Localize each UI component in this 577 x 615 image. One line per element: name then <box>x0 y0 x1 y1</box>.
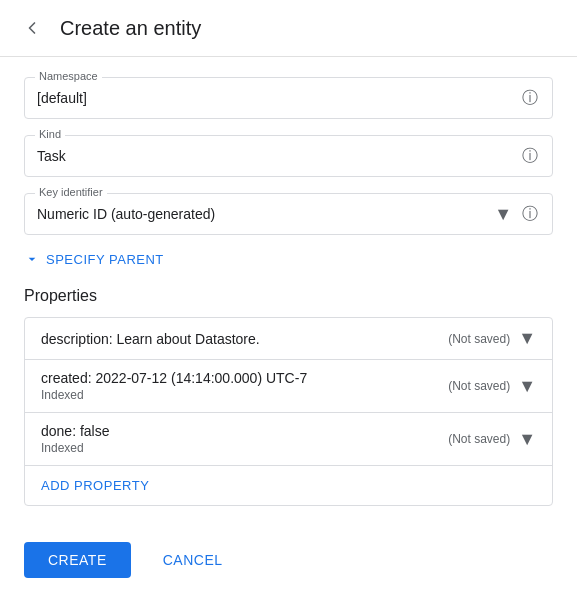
add-property-row: ADD PROPERTY <box>25 466 552 505</box>
kind-help-icon[interactable]: ⓘ <box>520 146 540 166</box>
key-identifier-value: Numeric ID (auto-generated) <box>37 202 486 226</box>
page-title: Create an entity <box>60 17 201 40</box>
table-row: done: false Indexed (Not saved) ▼ <box>25 413 552 466</box>
table-row: created: 2022-07-12 (14:14:00.000) UTC-7… <box>25 360 552 413</box>
property-indexed-created: Indexed <box>41 388 448 402</box>
key-identifier-chevron-icon[interactable]: ▼ <box>494 204 512 225</box>
key-identifier-help-icon[interactable]: ⓘ <box>520 204 540 224</box>
namespace-help-icon[interactable]: ⓘ <box>520 88 540 108</box>
not-saved-badge-done: (Not saved) <box>448 432 510 446</box>
namespace-value: [default] <box>37 86 520 110</box>
property-value-created: 2022-07-12 (14:14:00.000) UTC-7 <box>95 370 307 386</box>
header: Create an entity <box>0 0 577 57</box>
property-key-created: created: <box>41 370 92 386</box>
chevron-down-icon <box>24 251 40 267</box>
property-expand-done-icon[interactable]: ▼ <box>518 429 536 450</box>
back-button[interactable] <box>16 12 48 44</box>
kind-label: Kind <box>35 128 65 140</box>
property-right-done: (Not saved) ▼ <box>448 429 536 450</box>
property-key-description: description: <box>41 331 113 347</box>
property-right-created: (Not saved) ▼ <box>448 376 536 397</box>
property-left-description: description: Learn about Datastore. <box>41 331 448 347</box>
property-indexed-done: Indexed <box>41 441 448 455</box>
kind-field: Kind Task ⓘ <box>24 135 553 177</box>
property-value-description: Learn about Datastore. <box>116 331 259 347</box>
key-identifier-label: Key identifier <box>35 186 107 198</box>
property-value-done: false <box>80 423 110 439</box>
property-expand-created-icon[interactable]: ▼ <box>518 376 536 397</box>
property-expand-description-icon[interactable]: ▼ <box>518 328 536 349</box>
properties-table: description: Learn about Datastore. (Not… <box>24 317 553 506</box>
property-left-done: done: false Indexed <box>41 423 448 455</box>
specify-parent-toggle[interactable]: SPECIFY PARENT <box>24 251 553 267</box>
specify-parent-label: SPECIFY PARENT <box>46 252 164 267</box>
property-left-created: created: 2022-07-12 (14:14:00.000) UTC-7… <box>41 370 448 402</box>
properties-section: Properties description: Learn about Data… <box>24 287 553 506</box>
property-right-description: (Not saved) ▼ <box>448 328 536 349</box>
add-property-button[interactable]: ADD PROPERTY <box>25 466 552 505</box>
not-saved-badge-description: (Not saved) <box>448 332 510 346</box>
table-row: description: Learn about Datastore. (Not… <box>25 318 552 360</box>
back-icon <box>22 18 42 38</box>
namespace-label: Namespace <box>35 70 102 82</box>
key-identifier-field: Key identifier Numeric ID (auto-generate… <box>24 193 553 235</box>
create-button[interactable]: CREATE <box>24 542 131 578</box>
properties-title: Properties <box>24 287 553 305</box>
cancel-button[interactable]: CANCEL <box>139 542 247 578</box>
property-key-done: done: <box>41 423 76 439</box>
not-saved-badge-created: (Not saved) <box>448 379 510 393</box>
main-content: Namespace [default] ⓘ Kind Task ⓘ Key id… <box>0 57 577 526</box>
kind-value: Task <box>37 144 520 168</box>
footer: CREATE CANCEL <box>0 526 577 594</box>
namespace-field: Namespace [default] ⓘ <box>24 77 553 119</box>
